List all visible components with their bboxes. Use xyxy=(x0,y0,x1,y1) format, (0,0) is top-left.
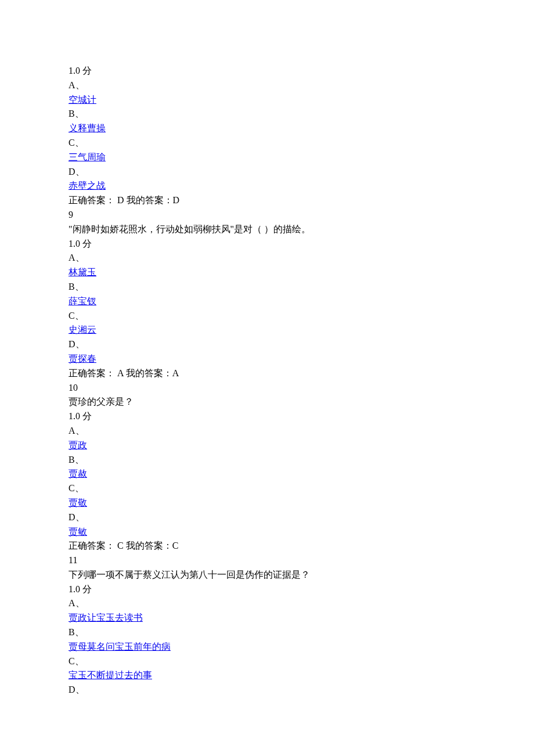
option-label-b: B、 xyxy=(68,625,466,640)
question-number: 10 xyxy=(68,381,466,395)
points-text: 1.0 分 xyxy=(68,64,466,78)
answer-text: 正确答案： C 我的答案：C xyxy=(68,539,466,553)
option-label-a: A、 xyxy=(68,424,466,438)
option-d-link[interactable]: 贾敏 xyxy=(68,527,87,537)
option-a-link[interactable]: 贾政让宝玉去读书 xyxy=(68,613,143,622)
option-b-link[interactable]: 贾赦 xyxy=(68,469,87,478)
option-b-link[interactable]: 贾母莫名问宝玉前年的病 xyxy=(68,642,171,651)
option-label-b: B、 xyxy=(68,453,466,467)
option-c-link[interactable]: 贾敬 xyxy=(68,498,87,507)
option-a-link[interactable]: 贾政 xyxy=(68,440,87,450)
option-label-a: A、 xyxy=(68,78,466,93)
option-a-link[interactable]: 空城计 xyxy=(68,95,96,105)
option-label-c: C、 xyxy=(68,654,466,669)
option-label-d: D、 xyxy=(68,510,466,525)
option-c-link[interactable]: 史湘云 xyxy=(68,325,96,334)
option-label-c: C、 xyxy=(68,309,466,323)
question-stem: "闲静时如娇花照水，行动处如弱柳扶风"是对（ ）的描绘。 xyxy=(68,222,466,237)
option-label-b: B、 xyxy=(68,280,466,294)
question-stem: 下列哪一项不属于蔡义江认为第八十一回是伪作的证据是？ xyxy=(68,568,466,582)
points-text: 1.0 分 xyxy=(68,409,466,424)
option-label-c: C、 xyxy=(68,481,466,496)
option-c-link[interactable]: 宝玉不断提过去的事 xyxy=(68,670,152,680)
option-label-c: C、 xyxy=(68,136,466,150)
option-d-link[interactable]: 赤壁之战 xyxy=(68,181,106,190)
option-b-link[interactable]: 义释曹操 xyxy=(68,123,106,133)
answer-text: 正确答案： A 我的答案：A xyxy=(68,366,466,381)
points-text: 1.0 分 xyxy=(68,582,466,597)
option-label-d: D、 xyxy=(68,337,466,352)
points-text: 1.0 分 xyxy=(68,237,466,251)
option-c-link[interactable]: 三气周瑜 xyxy=(68,152,106,162)
option-label-a: A、 xyxy=(68,251,466,265)
question-stem: 贾珍的父亲是？ xyxy=(68,395,466,409)
option-label-d: D、 xyxy=(68,683,466,697)
option-d-link[interactable]: 贾探春 xyxy=(68,354,96,363)
answer-text: 正确答案： D 我的答案：D xyxy=(68,193,466,208)
option-a-link[interactable]: 林黛玉 xyxy=(68,267,96,277)
option-label-b: B、 xyxy=(68,107,466,121)
question-number: 11 xyxy=(68,553,466,568)
option-b-link[interactable]: 薛宝钗 xyxy=(68,296,96,306)
option-label-d: D、 xyxy=(68,165,466,179)
option-label-a: A、 xyxy=(68,596,466,611)
question-number: 9 xyxy=(68,208,466,222)
